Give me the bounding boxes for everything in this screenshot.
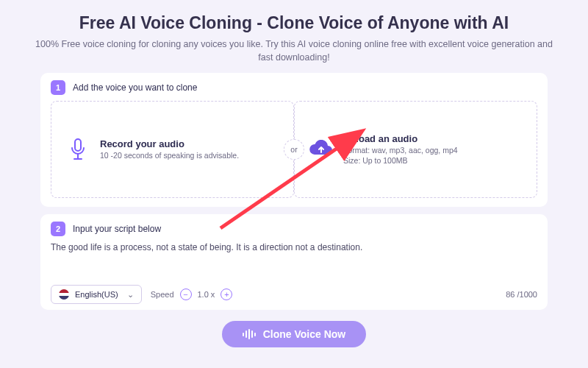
- step1-panel: 1 Add the voice you want to clone Record…: [40, 73, 548, 207]
- upload-desc2: Size: Up to 100MB: [343, 155, 458, 166]
- step2-header: 2 Input your script below: [51, 222, 537, 236]
- step1-label: Add the voice you want to clone: [73, 82, 197, 93]
- step2-badge: 2: [51, 222, 65, 236]
- step1-options: Record your audio 10 -20 seconds of spea…: [51, 101, 537, 198]
- record-audio-card[interactable]: Record your audio 10 -20 seconds of spea…: [51, 101, 294, 198]
- upload-desc1: Format: wav, mp3, aac, ogg, mp4: [343, 145, 458, 156]
- us-flag-icon: [59, 289, 69, 300]
- speed-decrease-button[interactable]: −: [180, 289, 192, 300]
- step2-panel: 2 Input your script below The good life …: [40, 214, 548, 310]
- upload-audio-card[interactable]: Upload an audio Format: wav, mp3, aac, o…: [294, 101, 537, 198]
- char-counter: 86 /1000: [506, 290, 537, 299]
- svg-rect-0: [75, 139, 81, 151]
- page-subtitle: 100% Free voice cloning for cloning any …: [29, 38, 559, 64]
- speed-control: Speed − 1.0 x +: [151, 289, 233, 300]
- upload-title: Upload an audio: [343, 133, 458, 144]
- script-footer: English(US) ⌄ Speed − 1.0 x + 86 /1000: [51, 285, 537, 304]
- speed-label: Speed: [151, 290, 174, 299]
- language-select[interactable]: English(US) ⌄: [51, 285, 142, 304]
- speed-value: 1.0 x: [198, 290, 215, 299]
- cloud-upload-icon: [308, 136, 334, 163]
- record-text-block: Record your audio 10 -20 seconds of spea…: [100, 138, 239, 161]
- step1-header: 1 Add the voice you want to clone: [51, 80, 537, 95]
- page-title: Free AI Voice Cloning - Clone Voice of A…: [79, 13, 509, 33]
- microphone-icon: [65, 136, 91, 163]
- record-title: Record your audio: [100, 138, 239, 149]
- speed-increase-button[interactable]: +: [220, 289, 232, 300]
- script-textarea[interactable]: The good life is a process, not a state …: [51, 242, 537, 280]
- waveform-icon: [243, 329, 256, 339]
- chevron-down-icon: ⌄: [127, 290, 134, 300]
- clone-voice-button[interactable]: Clone Voice Now: [222, 321, 367, 347]
- cta-label: Clone Voice Now: [263, 328, 346, 340]
- step1-badge: 1: [51, 80, 65, 95]
- step2-label: Input your script below: [73, 224, 161, 234]
- record-desc: 10 -20 seconds of speaking is advisable.: [100, 150, 239, 161]
- language-value: English(US): [75, 290, 118, 299]
- upload-text-block: Upload an audio Format: wav, mp3, aac, o…: [343, 133, 458, 166]
